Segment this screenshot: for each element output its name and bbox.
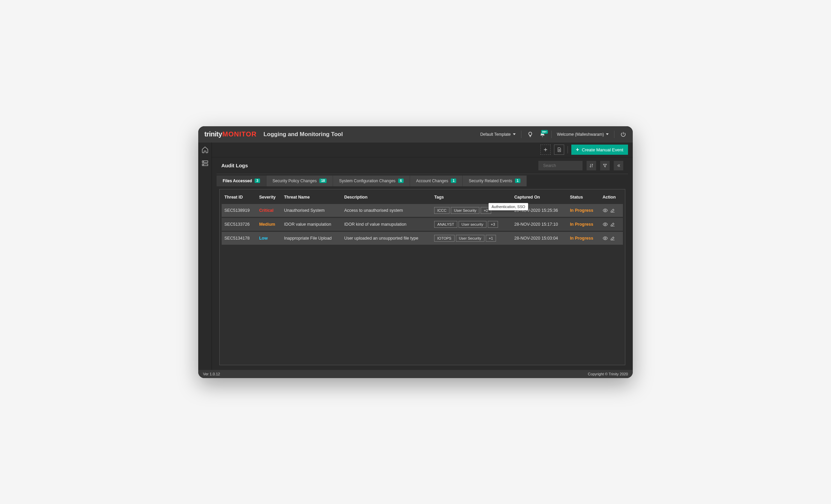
left-rail (198, 143, 212, 370)
tag[interactable]: IOTOPS (434, 235, 454, 242)
divider (568, 146, 568, 153)
action-cell (600, 203, 623, 217)
bulb-icon[interactable] (527, 131, 534, 138)
logo-part1: trinity (204, 130, 222, 138)
status-cell: In Progress (567, 217, 600, 231)
threat-id-cell: SEC5133726 (222, 217, 256, 231)
version-label: Ver 1.0.12 (203, 372, 220, 376)
tab-label: Security Related Events (469, 179, 512, 183)
threat-name-cell: Unauthorised System (281, 203, 341, 217)
edit-icon[interactable] (610, 222, 615, 227)
more-tags[interactable]: +2 (481, 207, 491, 214)
table-row[interactable]: SEC5138919CriticalUnauthorised SystemAcc… (222, 203, 623, 217)
table-row[interactable]: SEC5133726MediumIDOR value manipulationI… (222, 217, 623, 231)
description-cell: Access to unauthorised system (341, 203, 431, 217)
table-container: Authentication, SSO Threat IDSeverityThr… (219, 189, 625, 365)
user-menu[interactable]: Welcome (Malleshwaram) (557, 132, 609, 137)
svg-point-3 (203, 164, 203, 165)
tag[interactable]: User Security (451, 207, 479, 214)
filter-button[interactable] (600, 161, 610, 170)
tab-badge: 1 (515, 179, 520, 183)
power-icon[interactable] (620, 131, 627, 138)
sort-button[interactable] (587, 161, 596, 170)
action-cell (600, 217, 623, 231)
home-icon[interactable] (201, 146, 209, 153)
add-widget-button[interactable] (540, 145, 551, 155)
tab-label: Files Accessed (223, 179, 252, 183)
tag[interactable]: ANALYST (434, 221, 457, 228)
threat-name-cell: IDOR value manipulation (281, 217, 341, 231)
threat-id-cell: SEC5134178 (222, 231, 256, 245)
server-icon[interactable] (201, 160, 209, 167)
threat-id-cell: SEC5138919 (222, 203, 256, 217)
template-dropdown[interactable]: Default Template (480, 132, 516, 137)
tag[interactable]: ICCC (434, 207, 449, 214)
divider (551, 131, 552, 138)
chevron-down-icon (513, 133, 516, 135)
topbar: trinity MONITOR Logging and Monitoring T… (198, 126, 633, 143)
plus-icon: + (576, 147, 579, 153)
copyright-label: Copyright © Trinity 2020 (588, 372, 628, 376)
severity-cell: Critical (256, 203, 281, 217)
notifications-icon[interactable]: 99+ (539, 131, 546, 138)
svg-point-2 (203, 161, 203, 162)
table-row[interactable]: SEC5134178LowInappropriate File UploadUs… (222, 231, 623, 245)
notifications-badge: 99+ (541, 130, 548, 134)
page-title: Audit Logs (221, 163, 534, 168)
tag[interactable]: User security (459, 221, 486, 228)
tab-badge: 6 (398, 179, 404, 183)
captured-on-cell: 28-NOV-2020 15:03:04 (512, 231, 567, 245)
view-icon[interactable] (603, 236, 608, 241)
edit-icon[interactable] (610, 208, 615, 213)
column-header: Captured On (512, 191, 567, 204)
tab-account-changes[interactable]: Account Changes1 (410, 175, 463, 186)
description-cell: User uploaded an unsupported file type (341, 231, 431, 245)
tab-security-policy-changes[interactable]: Security Policy Changes18 (266, 175, 333, 186)
action-cell (600, 231, 623, 245)
divider (521, 131, 521, 138)
view-icon[interactable] (603, 208, 608, 213)
footer: Ver 1.0.12 Copyright © Trinity 2020 (198, 370, 633, 378)
tag[interactable]: User Security (456, 235, 484, 242)
table-body: SEC5138919CriticalUnauthorised SystemAcc… (222, 203, 623, 245)
edit-icon[interactable] (610, 236, 615, 241)
app-subtitle: Logging and Monitoring Tool (263, 131, 343, 138)
status-cell: In Progress (567, 231, 600, 245)
column-header: Threat Name (281, 191, 341, 204)
tab-files-accessed[interactable]: Files Accessed3 (217, 175, 266, 186)
chevron-down-icon (606, 133, 609, 135)
column-header: Threat ID (222, 191, 256, 204)
tags-cell: IOTOPSUser Security+1 (431, 231, 512, 245)
svg-point-6 (605, 224, 606, 225)
audit-logs-table: Threat IDSeverityThreat NameDescriptionT… (222, 191, 623, 245)
tab-badge: 18 (319, 179, 327, 183)
tab-badge: 1 (451, 179, 456, 183)
tab-system-configuration-changes[interactable]: System Configuration Changes6 (333, 175, 410, 186)
collapse-button[interactable] (614, 161, 623, 170)
column-header: Tags (431, 191, 512, 204)
more-tags[interactable]: +3 (488, 221, 498, 228)
view-icon[interactable] (603, 222, 608, 227)
tab-badge: 3 (255, 179, 260, 183)
status-cell: In Progress (567, 203, 600, 217)
column-header: Severity (256, 191, 281, 204)
more-tags[interactable]: +1 (486, 235, 496, 242)
section-header: Audit Logs (217, 157, 628, 174)
search-box[interactable] (538, 161, 583, 170)
tabs: Files Accessed3Security Policy Changes18… (212, 174, 633, 186)
tab-security-related-events[interactable]: Security Related Events1 (463, 175, 527, 186)
description-cell: IDOR kind of value manupulation (341, 217, 431, 231)
svg-point-7 (605, 238, 606, 239)
captured-on-cell: 28-NOV-2020 15:17:10 (512, 217, 567, 231)
divider (614, 131, 614, 138)
create-manual-event-button[interactable]: + Create Manual Event (571, 145, 628, 155)
severity-cell: Medium (256, 217, 281, 231)
svg-point-5 (605, 210, 606, 211)
document-button[interactable] (554, 145, 564, 155)
app-window: trinity MONITOR Logging and Monitoring T… (198, 126, 633, 378)
welcome-label: Welcome (Malleshwaram) (557, 132, 604, 137)
tab-label: System Configuration Changes (339, 179, 395, 183)
template-label: Default Template (480, 132, 511, 137)
logo-part2: MONITOR (222, 130, 257, 138)
toolbar: + Create Manual Event (212, 143, 633, 157)
